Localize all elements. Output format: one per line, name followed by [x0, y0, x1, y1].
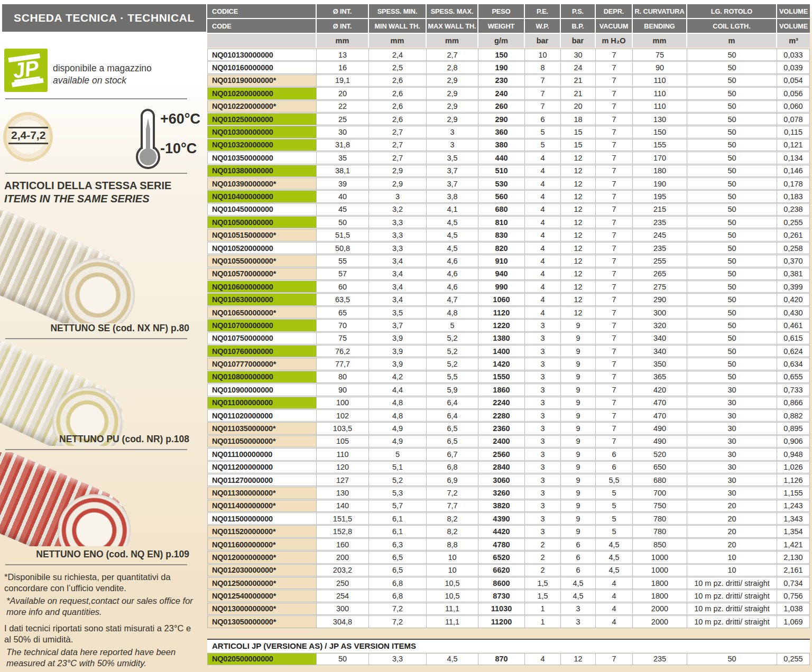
table-row: NQ011500000000 151,5 6,1 8,2 4390 3 9 5 … — [207, 512, 810, 525]
header-cell: WEIGHT — [478, 19, 525, 33]
header-cell: P.E. — [525, 4, 561, 18]
cell-working-pressure: 4 — [524, 152, 561, 164]
cell-max-wall-thickness: 7,7 — [426, 500, 478, 512]
cell-volume: 1,343 — [777, 512, 810, 525]
cell-min-wall-thickness: 6,8 — [368, 577, 427, 589]
cell-volume: 2,130 — [777, 551, 810, 563]
cell-max-wall-thickness: 11,1 — [426, 615, 478, 628]
cell-burst-pressure: 21 — [560, 87, 596, 99]
cell-bending-radius: 195 — [632, 190, 687, 202]
cell-code: NQ011520000000* — [207, 525, 317, 537]
cell-working-pressure: 4 — [524, 229, 561, 241]
table-row: NQ011200000000 120 5,1 6,8 2840 3 9 6 65… — [207, 461, 810, 473]
cell-working-pressure: 7 — [524, 74, 561, 87]
cell-code: NQ010350000000 — [207, 152, 317, 164]
header-cell: VACUUM — [596, 19, 633, 33]
cell-inner-diameter: 300 — [316, 603, 369, 615]
cell-bending-radius: 235 — [632, 653, 687, 665]
unit-cell: mm — [317, 34, 369, 48]
header-cell: LG. ROTOLO — [687, 4, 777, 18]
technical-table-area: CODICE Ø INT. SPESS. MIN. SPESS. MAX. PE… — [207, 0, 812, 672]
table-row: NQ011035000000* 103,5 4,9 6,5 2360 3 9 7… — [207, 422, 810, 434]
cell-min-wall-thickness: 3 — [368, 190, 427, 202]
cell-vacuum: 7 — [595, 165, 633, 177]
cell-min-wall-thickness: 3,7 — [368, 319, 427, 331]
cell-coil-length: 10 — [687, 551, 777, 563]
cell-coil-length: 50 — [687, 358, 777, 370]
header-cell: VOLUME — [777, 4, 810, 18]
cell-vacuum: 7 — [595, 242, 633, 254]
cell-bending-radius: 170 — [632, 152, 687, 164]
cell-volume: 0,624 — [777, 345, 810, 357]
cell-weight: 870 — [478, 653, 525, 665]
cell-min-wall-thickness: 6,1 — [368, 525, 427, 537]
cell-bending-radius: 420 — [632, 384, 687, 396]
header-cell: R. CURVATURA — [633, 4, 687, 18]
header-cell: B.P. — [561, 19, 596, 33]
unit-cell: m³ — [777, 34, 810, 48]
cell-max-wall-thickness: 8,8 — [426, 538, 478, 550]
cell-volume: 0,134 — [777, 152, 810, 164]
cell-inner-diameter: 16 — [316, 61, 369, 73]
cell-weight: 830 — [478, 229, 525, 241]
cell-code: NQ010520000000 — [207, 242, 317, 254]
cell-bending-radius: 110 — [632, 100, 687, 113]
cell-volume: 1,026 — [777, 461, 810, 473]
cell-code: NQ010600000000 — [207, 281, 317, 293]
cell-inner-diameter: 152,8 — [316, 525, 369, 537]
cell-weight: 990 — [478, 281, 525, 293]
cell-vacuum: 7 — [595, 74, 633, 87]
table-row: NQ011400000000* 140 5,7 7,7 3820 3 9 5 7… — [207, 500, 810, 512]
cell-max-wall-thickness: 5,2 — [426, 358, 478, 370]
cell-weight: 2840 — [478, 461, 525, 473]
cell-volume: 1,038 — [777, 603, 810, 615]
cell-min-wall-thickness: 5,2 — [368, 474, 427, 486]
cell-min-wall-thickness: 3,9 — [368, 332, 427, 344]
cell-weight: 1120 — [478, 306, 525, 319]
cell-code: NQ010570000000* — [207, 268, 317, 280]
cell-weight: 530 — [478, 178, 525, 190]
cell-burst-pressure: 9 — [560, 435, 596, 447]
cell-inner-diameter: 110 — [316, 448, 369, 460]
cell-weight: 11030 — [478, 603, 525, 615]
cell-inner-diameter: 39 — [316, 178, 369, 190]
cell-volume: 0,258 — [777, 242, 810, 254]
cell-weight: 260 — [478, 100, 525, 113]
cell-code: NQ011050000000* — [207, 435, 317, 447]
cell-vacuum: 7 — [595, 216, 633, 228]
cell-working-pressure: 4 — [524, 178, 561, 190]
cell-weight: 1400 — [478, 345, 525, 357]
cell-code: NQ010900000000 — [207, 384, 317, 396]
cell-vacuum: 7 — [595, 203, 633, 216]
cell-volume: 0,033 — [777, 49, 810, 61]
cell-bending-radius: 320 — [632, 319, 687, 331]
table-row: NQ010500000000 50 3,3 4,5 810 4 12 7 235… — [207, 216, 810, 228]
cell-working-pressure: 3 — [524, 345, 561, 357]
table-row: NQ011600000000* 160 6,3 8,8 4780 2 6 4,5… — [207, 538, 810, 550]
cell-volume: 0,115 — [777, 126, 810, 138]
cell-inner-diameter: 51,5 — [316, 229, 369, 241]
cell-volume: 1,069 — [777, 615, 810, 628]
cell-volume: 1,126 — [777, 474, 810, 486]
cell-volume: 1,421 — [777, 538, 810, 550]
header-cell: W.P. — [525, 19, 561, 33]
cell-max-wall-thickness: 6,7 — [426, 448, 478, 460]
cell-vacuum: 7 — [595, 345, 633, 357]
cell-volume: 0,183 — [777, 190, 810, 202]
table-row: NQ010220000000* 22 2,6 2,9 260 7 20 7 11… — [207, 100, 810, 113]
cell-min-wall-thickness: 3,4 — [368, 281, 427, 293]
cell-weight: 1220 — [478, 319, 525, 331]
cell-min-wall-thickness: 3,4 — [368, 255, 427, 267]
cell-coil-length: 50 — [687, 203, 777, 216]
header-cell: DEPR. — [596, 4, 633, 18]
cell-working-pressure: 3 — [524, 319, 561, 331]
cell-vacuum: 4 — [595, 603, 633, 615]
cell-vacuum: 7 — [595, 281, 633, 293]
cell-coil-length: 20 — [687, 538, 777, 550]
cell-max-wall-thickness: 3 — [426, 126, 478, 138]
cell-working-pressure: 2 — [524, 551, 561, 563]
cell-bending-radius: 340 — [632, 345, 687, 357]
cell-min-wall-thickness: 2,5 — [368, 61, 427, 73]
cell-vacuum: 7 — [595, 113, 633, 125]
cell-inner-diameter: 22 — [316, 100, 369, 113]
